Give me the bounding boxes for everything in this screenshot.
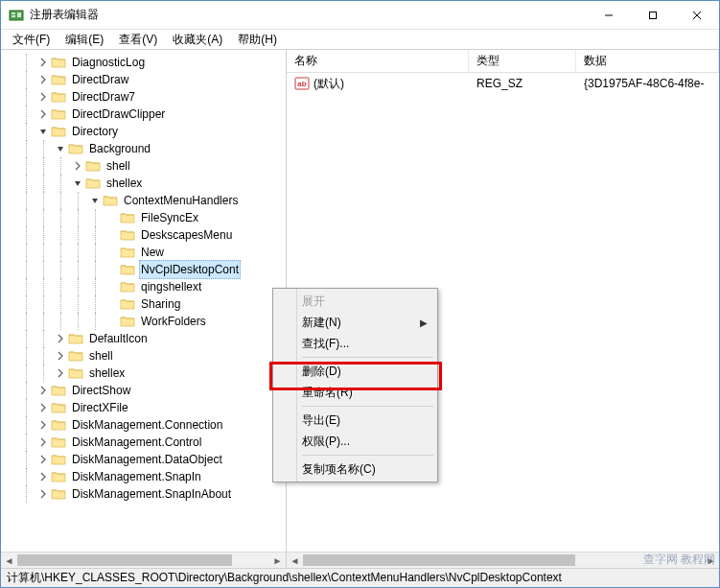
menu-view[interactable]: 查看(V) bbox=[111, 30, 165, 50]
tree-node[interactable]: shellex bbox=[1, 175, 286, 192]
chevron-right-icon[interactable] bbox=[37, 58, 49, 67]
tree-node-label: New bbox=[139, 243, 166, 262]
tree-node-label: NvCplDesktopCont bbox=[139, 260, 241, 279]
tree-node[interactable]: ContextMenuHandlers bbox=[1, 192, 286, 209]
svg-rect-2 bbox=[12, 15, 15, 17]
tree-node[interactable]: shell bbox=[1, 347, 286, 365]
menu-item-copy-key-name[interactable]: 复制项名称(C) bbox=[275, 459, 435, 480]
tree-node-label: DiskManagement.SnapIn bbox=[70, 467, 203, 486]
tree-node[interactable]: NvCplDesktopCont bbox=[1, 261, 286, 278]
chevron-down-icon[interactable] bbox=[72, 178, 83, 188]
list-body: ab (默认) REG_SZ {3D1975AF-48C6-4f8e- bbox=[287, 73, 719, 94]
folder-icon bbox=[51, 90, 66, 104]
menu-separator bbox=[302, 357, 433, 358]
list-header: 名称 类型 数据 bbox=[287, 50, 719, 73]
tree-node[interactable]: DirectDraw bbox=[1, 71, 286, 88]
tree-node-label: qingshellext bbox=[139, 277, 203, 296]
chevron-right-icon[interactable] bbox=[37, 455, 49, 464]
chevron-down-icon[interactable] bbox=[37, 127, 49, 136]
menu-file[interactable]: 文件(F) bbox=[5, 30, 58, 50]
tree-node[interactable]: DiskManagement.Control bbox=[1, 434, 286, 451]
col-data[interactable]: 数据 bbox=[576, 50, 719, 72]
chevron-right-icon[interactable] bbox=[37, 472, 49, 482]
menu-item-delete[interactable]: 删除(D) bbox=[275, 361, 435, 382]
tree-node[interactable]: Sharing bbox=[1, 295, 286, 313]
chevron-right-icon[interactable] bbox=[37, 489, 49, 499]
app-icon bbox=[9, 8, 24, 23]
window-title: 注册表编辑器 bbox=[30, 7, 587, 23]
scroll-right-icon[interactable]: ► bbox=[703, 553, 719, 568]
menu-item-find[interactable]: 查找(F)... bbox=[275, 333, 435, 354]
tree-node[interactable]: DiskManagement.SnapIn bbox=[1, 468, 286, 485]
menu-edit[interactable]: 编辑(E) bbox=[58, 30, 111, 50]
tree-node[interactable]: Background bbox=[1, 140, 286, 157]
tree-node[interactable]: DeskscapesMenu bbox=[1, 226, 286, 244]
folder-icon bbox=[51, 453, 66, 466]
menu-item-export[interactable]: 导出(E) bbox=[275, 410, 435, 431]
chevron-right-icon[interactable] bbox=[55, 334, 66, 343]
chevron-right-icon[interactable] bbox=[37, 75, 49, 84]
minimize-button[interactable] bbox=[587, 1, 631, 29]
close-button[interactable] bbox=[675, 1, 719, 29]
menu-item-expand: 展开 bbox=[275, 291, 435, 312]
folder-icon bbox=[51, 487, 66, 501]
tree-node-label: DefaultIcon bbox=[87, 329, 150, 348]
tree-node[interactable]: shellex bbox=[1, 365, 286, 382]
tree-node-label: Background bbox=[87, 139, 152, 158]
chevron-right-icon[interactable] bbox=[37, 420, 49, 430]
list-row[interactable]: ab (默认) REG_SZ {3D1975AF-48C6-4f8e- bbox=[287, 75, 719, 92]
chevron-right-icon[interactable] bbox=[37, 437, 49, 447]
chevron-right-icon[interactable] bbox=[37, 403, 49, 412]
svg-rect-3 bbox=[17, 12, 21, 17]
menu-help[interactable]: 帮助(H) bbox=[230, 30, 285, 50]
tree-node[interactable]: DirectShow bbox=[1, 382, 286, 399]
tree-node[interactable]: DiskManagement.DataObject bbox=[1, 451, 286, 468]
folder-icon bbox=[85, 159, 101, 173]
menu-item-permissions[interactable]: 权限(P)... bbox=[275, 431, 435, 452]
tree-node[interactable]: DirectDrawClipper bbox=[1, 106, 286, 123]
submenu-arrow-icon: ▶ bbox=[420, 318, 428, 328]
scroll-right-icon[interactable]: ► bbox=[269, 553, 286, 568]
chevron-right-icon[interactable] bbox=[72, 161, 83, 171]
chevron-right-icon[interactable] bbox=[37, 92, 49, 102]
chevron-right-icon[interactable] bbox=[55, 368, 66, 378]
menu-favorites[interactable]: 收藏夹(A) bbox=[165, 30, 230, 50]
chevron-right-icon[interactable] bbox=[37, 109, 49, 119]
tree-node[interactable]: Directory bbox=[1, 123, 286, 140]
chevron-right-icon[interactable] bbox=[55, 351, 66, 361]
tree-node[interactable]: shell bbox=[1, 157, 286, 175]
tree-node-label: shell bbox=[105, 156, 132, 176]
folder-icon bbox=[51, 418, 66, 432]
maximize-button[interactable] bbox=[631, 1, 675, 29]
folder-icon bbox=[51, 435, 66, 449]
tree-node-label: Directory bbox=[70, 122, 120, 141]
col-type[interactable]: 类型 bbox=[469, 50, 576, 72]
tree-node[interactable]: qingshellext bbox=[1, 278, 286, 295]
tree-node[interactable]: New bbox=[1, 244, 286, 261]
folder-icon bbox=[51, 125, 66, 138]
scroll-left-icon[interactable]: ◄ bbox=[1, 553, 17, 568]
folder-icon bbox=[85, 176, 101, 190]
menu-item-new[interactable]: 新建(N)▶ bbox=[275, 312, 435, 333]
tree-node[interactable]: DirectDraw7 bbox=[1, 88, 286, 106]
folder-icon bbox=[51, 107, 66, 121]
chevron-right-icon[interactable] bbox=[37, 386, 49, 395]
chevron-down-icon[interactable] bbox=[55, 144, 66, 153]
tree-node[interactable]: DefaultIcon bbox=[1, 330, 286, 347]
tree-hscrollbar[interactable]: ◄ ► bbox=[1, 552, 286, 568]
menu-item-rename[interactable]: 重命名(R) bbox=[275, 382, 435, 403]
list-hscrollbar[interactable]: ◄ ► bbox=[287, 552, 719, 568]
tree-node-label: WorkFolders bbox=[139, 312, 208, 331]
tree-node[interactable]: DiskManagement.SnapInAbout bbox=[1, 485, 286, 503]
tree-node-label: DeskscapesMenu bbox=[139, 225, 234, 245]
tree-node[interactable]: WorkFolders bbox=[1, 313, 286, 330]
title-bar: 注册表编辑器 bbox=[1, 1, 719, 30]
scroll-left-icon[interactable]: ◄ bbox=[287, 553, 303, 568]
tree-node[interactable]: DiagnosticLog bbox=[1, 54, 286, 71]
tree-node[interactable]: FileSyncEx bbox=[1, 209, 286, 226]
chevron-down-icon[interactable] bbox=[89, 196, 101, 205]
tree-node[interactable]: DirectXFile bbox=[1, 399, 286, 416]
col-name[interactable]: 名称 bbox=[287, 50, 469, 72]
tree-node[interactable]: DiskManagement.Connection bbox=[1, 416, 286, 434]
registry-tree[interactable]: DiagnosticLogDirectDrawDirectDraw7Direct… bbox=[1, 50, 286, 506]
